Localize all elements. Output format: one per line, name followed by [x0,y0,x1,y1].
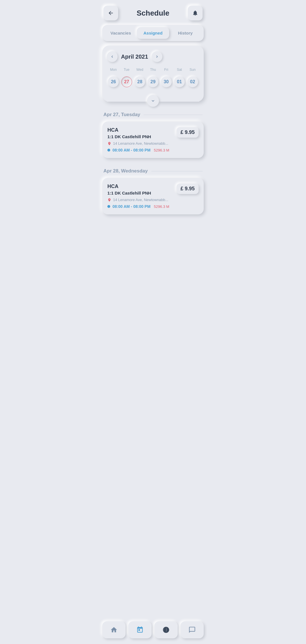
clock-icon [162,626,170,634]
card-info-apr28: HCA 1:1 DK Castlehill PNH 14 Lenamore Av… [107,184,177,209]
card-title-apr27: HCA [107,127,177,133]
chat-icon [188,626,196,634]
home-icon [110,626,118,634]
back-button[interactable] [103,6,118,20]
section-label-apr28: Apr 28, Wednesday [103,168,203,174]
tab-history[interactable]: History [169,27,201,39]
date-cell-28[interactable]: 28 [133,76,146,88]
card-time-apr27: 08:00 AM - 08:00 PM 5296.3 M [107,148,177,152]
date-cell-26[interactable]: 26 [107,76,120,88]
calendar-icon [136,626,144,634]
calendar-card: April 2021 Mon Tue Wed Thu Fri Sat Sun 2… [102,46,204,102]
location-text-apr27: 14 Lenamore Ave, Newtownabb... [113,141,168,146]
tab-assigned[interactable]: Assigned [137,27,169,39]
distance-apr28: 5296.3 M [154,204,169,209]
date-cell-29[interactable]: 29 [146,76,160,88]
date-27: 27 [121,76,132,87]
time-range-apr28: 08:00 AM - 08:00 PM [112,204,150,209]
calendar-prev-button[interactable] [107,51,118,62]
card-top-apr27: HCA 1:1 DK Castlehill PNH 14 Lenamore Av… [107,127,199,152]
nav-home-button[interactable] [102,621,126,638]
weekday-sat: Sat [173,67,186,73]
card-price-apr27: £ 9.95 [177,127,199,138]
page-title: Schedule [137,9,169,18]
date-30: 30 [161,76,172,87]
expand-calendar-button[interactable] [147,95,159,107]
weekday-tue: Tue [120,67,133,73]
calendar-wave [107,93,199,102]
back-arrow-icon [108,10,114,16]
notification-button[interactable] [188,6,203,20]
schedule-card-apr27: HCA 1:1 DK Castlehill PNH 14 Lenamore Av… [102,121,204,158]
time-dot-apr28 [107,205,110,208]
tabs-container: Vacancies Assigned History [102,25,204,41]
section-label-apr27: Apr 27, Tuesday [103,112,203,118]
nav-schedule-button[interactable] [128,621,152,638]
location-text-apr28: 14 Lenamore Ave, Newtownabb... [113,198,168,202]
header: Schedule [98,0,208,25]
card-subtitle-apr27: 1:1 DK Castlehill PNH [107,134,177,139]
calendar-next-button[interactable] [152,51,162,62]
date-29: 29 [148,76,158,87]
tab-vacancies[interactable]: Vacancies [105,27,137,39]
date-cell-02[interactable]: 02 [186,76,199,88]
location-pin-icon [107,142,111,146]
chevron-left-icon [110,54,114,59]
card-location-apr28: 14 Lenamore Ave, Newtownabb... [107,198,177,202]
chevron-down-icon [150,98,156,103]
weekday-thu: Thu [146,67,160,73]
date-cell-30[interactable]: 30 [160,76,173,88]
date-cell-27[interactable]: 27 [120,76,133,88]
card-top-apr28: HCA 1:1 DK Castlehill PNH 14 Lenamore Av… [107,184,199,209]
dates-row: 26 27 28 29 30 01 02 [107,76,199,88]
date-26: 26 [108,76,119,87]
bell-icon [192,10,198,16]
date-02: 02 [187,76,198,87]
bottom-nav [98,618,208,644]
location-pin-icon-2 [107,198,111,202]
weekdays-row: Mon Tue Wed Thu Fri Sat Sun [107,67,199,73]
weekday-fri: Fri [160,67,173,73]
time-range-apr27: 08:00 AM - 08:00 PM [112,148,150,152]
month-year-label: April 2021 [121,54,148,60]
card-price-apr28: £ 9.95 [177,184,199,194]
calendar-header: April 2021 [107,51,199,62]
chevron-right-icon [155,54,159,59]
weekday-mon: Mon [107,67,120,73]
distance-apr27: 5296.3 M [154,148,169,152]
schedule-card-apr28: HCA 1:1 DK Castlehill PNH 14 Lenamore Av… [102,178,204,214]
card-time-apr28: 08:00 AM - 08:00 PM 5296.3 M [107,204,177,209]
weekday-wed: Wed [133,67,146,73]
card-location-apr27: 14 Lenamore Ave, Newtownabb... [107,141,177,146]
nav-history-button[interactable] [154,621,178,638]
date-01: 01 [174,76,185,87]
time-dot-apr27 [107,149,110,152]
weekday-sun: Sun [186,67,199,73]
card-subtitle-apr28: 1:1 DK Castlehill PNH [107,191,177,195]
date-28: 28 [134,76,145,87]
card-info-apr27: HCA 1:1 DK Castlehill PNH 14 Lenamore Av… [107,127,177,152]
date-cell-01[interactable]: 01 [173,76,186,88]
card-title-apr28: HCA [107,184,177,189]
nav-messages-button[interactable] [180,621,204,638]
